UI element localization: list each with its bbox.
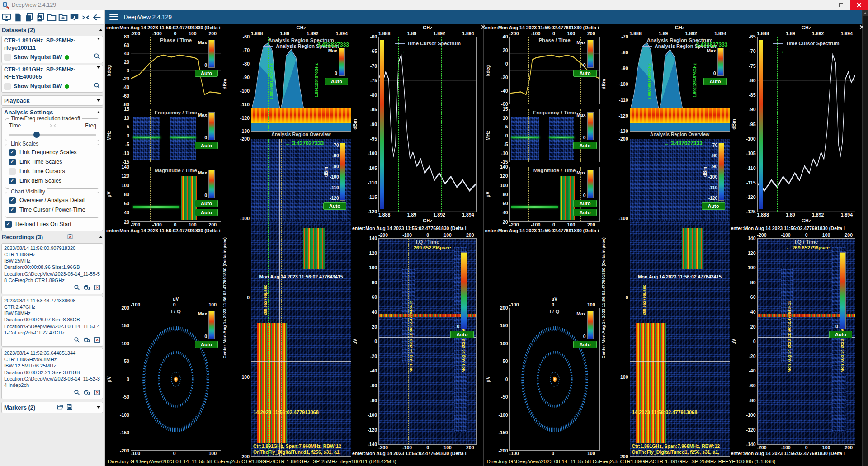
- dataset-caret-icon[interactable]: [97, 38, 100, 40]
- delete-recording-icon[interactable]: [94, 284, 100, 292]
- search-icon[interactable]: [94, 82, 100, 91]
- magnitude-plot[interactable]: Magnitude / Time Max0 Auto Auto: [509, 167, 600, 222]
- auto-scale-button[interactable]: Auto: [325, 78, 348, 85]
- search-recording-icon[interactable]: [74, 389, 80, 397]
- database-search-icon[interactable]: [84, 337, 90, 344]
- search-recording-icon[interactable]: [74, 284, 80, 292]
- checkbox[interactable]: [5, 221, 12, 228]
- show-nyquist-checkbox[interactable]: [4, 54, 11, 61]
- analysis-settings-header[interactable]: Analysis Settings: [4, 109, 100, 116]
- menu-icon[interactable]: [109, 14, 118, 20]
- auto-scale-button[interactable]: Auto: [573, 341, 596, 348]
- dataset-caret-icon[interactable]: [97, 66, 100, 69]
- markers-header[interactable]: Markers (2): [4, 404, 100, 411]
- show-nyquist-checkbox[interactable]: [4, 83, 11, 90]
- tradeoff-slider[interactable]: [9, 132, 96, 138]
- recording-card[interactable]: 2023/08/14 11:53:43.774338608CTR:2.47GHz…: [1, 296, 103, 347]
- save-markers-icon[interactable]: [66, 404, 73, 411]
- iq-time-waterfall[interactable]: I,Q / Time ← 269.652796µsec Mon Aug 14 2…: [757, 238, 856, 445]
- search-icon[interactable]: [94, 53, 100, 61]
- auto-scale-button[interactable]: Auto: [703, 78, 726, 85]
- database-search-icon[interactable]: [84, 389, 90, 397]
- checkbox[interactable]: [9, 197, 16, 204]
- auto-scale-button[interactable]: Auto: [573, 200, 596, 207]
- ars-color-scale: Max0 Auto: [703, 48, 726, 85]
- delete-all-recordings-icon[interactable]: [67, 233, 73, 241]
- collapse-caret-icon[interactable]: [97, 406, 100, 409]
- dataset-card[interactable]: CTR-1.891GHz_SP-25MHz-rfeye100111 Show N…: [1, 36, 103, 63]
- auto-scale-button[interactable]: Auto: [195, 70, 218, 77]
- frequency-plot[interactable]: Frequency / Time Max0 A: [131, 109, 221, 162]
- minimize-button[interactable]: [814, 0, 832, 10]
- y-tick: -120: [746, 195, 755, 200]
- checkbox[interactable]: [9, 178, 16, 184]
- x-tick: -200: [131, 222, 140, 228]
- checkbox[interactable]: [9, 159, 16, 165]
- vertical-scrollbar[interactable]: [862, 10, 868, 466]
- auto-scale-button[interactable]: Auto: [195, 142, 218, 149]
- delete-recording-icon[interactable]: [94, 389, 100, 397]
- phase-plot[interactable]: Phase / Time Max0 Auto: [131, 37, 221, 104]
- auto-scale-button[interactable]: Auto: [573, 70, 596, 77]
- collapse-caret-icon[interactable]: [97, 99, 100, 102]
- magnitude-plot[interactable]: Magnitude / Time Max0 Auto Auto: [131, 167, 221, 222]
- overview-waterfall[interactable]: ← 3.437027333 dBm -70-80-90-100-110-120 …: [251, 139, 351, 457]
- auto-scale-button[interactable]: Auto: [323, 202, 346, 210]
- scroll-up-icon[interactable]: [863, 10, 868, 16]
- x-tick: -100: [152, 31, 162, 37]
- recording-card[interactable]: 2023/08/14 11:52:36.644851344CTR:1.89GHz…: [1, 348, 103, 399]
- open-markers-folder-icon[interactable]: [57, 404, 64, 411]
- new-file-button[interactable]: [12, 11, 23, 23]
- checkbox[interactable]: [9, 149, 16, 156]
- collapse-caret-icon[interactable]: [99, 236, 103, 238]
- auto-scale-button[interactable]: Auto: [573, 142, 596, 149]
- playback-header[interactable]: Playback: [4, 97, 100, 104]
- collapse-caret-icon[interactable]: [99, 29, 103, 31]
- recording-card[interactable]: 2023/08/14 11:56:00.907918320CTR:1.89GHz…: [1, 243, 103, 294]
- auto-scale-button[interactable]: Auto: [573, 209, 596, 216]
- add-folder-button[interactable]: [57, 11, 68, 23]
- frequency-plot[interactable]: Frequency / Time Max0 A: [509, 109, 600, 162]
- auto-scale-button[interactable]: Auto: [195, 200, 218, 207]
- reload-files-checkbox[interactable]: Re-load Files On Start: [4, 220, 100, 229]
- time-cursor-spectrum-plot[interactable]: Time Cursor Spectrum →: [378, 37, 477, 212]
- recordings-header[interactable]: Recordings (3): [1, 232, 103, 242]
- iq-time-waterfall[interactable]: I,Q / Time ← 269.652796µsec Mon Aug 14 2…: [378, 238, 477, 445]
- back-arrow-button[interactable]: [91, 11, 102, 23]
- link-dbm-scales-checkbox[interactable]: Link dBm Scales: [9, 176, 96, 186]
- auto-scale-button[interactable]: Auto: [702, 202, 725, 210]
- time-cursor-power-time-checkbox[interactable]: Time Cursor / Power-Time: [9, 205, 96, 215]
- directory-status-bar: Directory:G:\DeepView\2023-08-14_11-55-5…: [105, 457, 483, 466]
- collapse-caret-icon[interactable]: [97, 111, 100, 113]
- phase-plot[interactable]: Phase / Time Max0 Auto: [509, 37, 600, 104]
- close-button[interactable]: [850, 0, 868, 10]
- collapse-panes-icon[interactable]: [80, 11, 91, 23]
- link-frequency-scales-checkbox[interactable]: Link Frequency Scales: [9, 148, 96, 157]
- search-recording-icon[interactable]: [74, 337, 80, 344]
- open-folder-button[interactable]: [46, 11, 57, 23]
- auto-scale-button[interactable]: Auto: [195, 209, 218, 216]
- datasets-header[interactable]: Datasets (2): [1, 26, 103, 34]
- auto-scale-button[interactable]: Auto: [195, 341, 218, 348]
- analysis-region-spectrum-plot[interactable]: Analysis Region Spectrum Analysis Region…: [251, 37, 351, 132]
- checkbox[interactable]: [9, 168, 16, 175]
- checkbox[interactable]: [9, 207, 16, 213]
- overview-waterfall[interactable]: ← 3.437027333 dBm -70-80-90-100-110-120 …: [630, 139, 730, 457]
- iq-plot[interactable]: I / Q Max0: [131, 308, 221, 451]
- delete-recording-icon[interactable]: [94, 337, 100, 344]
- auto-scale-button[interactable]: Auto: [829, 331, 852, 338]
- record-preview-button[interactable]: [1, 11, 12, 23]
- auto-scale-button[interactable]: Auto: [450, 331, 473, 338]
- iq-plot[interactable]: I / Q Max0: [509, 308, 600, 451]
- copy-add-button[interactable]: [35, 11, 46, 23]
- import-button[interactable]: [69, 11, 80, 23]
- database-search-icon[interactable]: [84, 284, 90, 292]
- copy-button[interactable]: [24, 11, 34, 23]
- link-time-cursors-checkbox[interactable]: Link Time Cursors: [9, 167, 96, 176]
- overview-analysis-detail-checkbox[interactable]: Overview / Analysis Detail: [9, 196, 96, 205]
- dataset-card[interactable]: CTR-1.891GHz_SP-25MHz-RFEYE400065 Show N…: [1, 65, 103, 92]
- time-cursor-spectrum-plot[interactable]: Time Cursor Spectrum →: [757, 37, 856, 212]
- maximize-button[interactable]: [832, 0, 850, 10]
- link-time-scales-checkbox[interactable]: Link Time Scales: [9, 157, 96, 167]
- analysis-region-spectrum-plot[interactable]: Analysis Region Spectrum Analysis Region…: [630, 37, 730, 132]
